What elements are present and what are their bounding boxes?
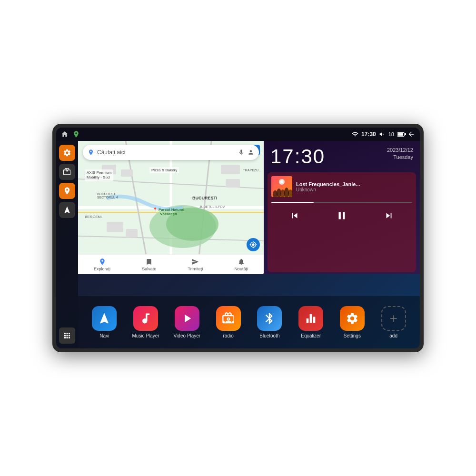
map-area[interactable]: Google AXIS PremiumMobility - Sud Pizza … [78, 141, 264, 274]
svg-rect-13 [226, 179, 240, 188]
settings-icon-app [340, 306, 365, 331]
radio-label: radio [223, 333, 234, 338]
next-btn[interactable] [380, 208, 398, 225]
map-saved-btn[interactable]: Salvate [142, 258, 156, 271]
back-icon[interactable] [407, 130, 415, 138]
app-item-settings[interactable]: Settings [335, 306, 369, 338]
music-progress-bar[interactable] [271, 202, 412, 203]
bluetooth-label: Bluetooth [259, 333, 279, 338]
clock-date-text: 2023/12/12 [387, 147, 413, 154]
add-icon: + [381, 306, 406, 331]
clock-time: 17:30 [270, 147, 325, 167]
app-item-equalizer[interactable]: Equalizer [294, 306, 328, 338]
navi-label: Navi [99, 333, 109, 338]
clock-date: 2023/12/12 Tuesday [387, 147, 413, 161]
account-icon[interactable] [248, 149, 254, 156]
music-progress-fill [271, 202, 314, 203]
clock-hours: 17 [270, 145, 295, 168]
status-bar-left [61, 130, 80, 138]
map-news-label: Noutăți [234, 267, 248, 271]
map-label-park: 📍 Parcul Natural Văcărești [145, 208, 192, 216]
map-label-axis: AXIS PremiumMobility - Sud [85, 169, 113, 181]
svg-rect-15 [126, 229, 138, 238]
map-bottom-bar: Explorați Salvate Trimiteți Noutăți [78, 254, 264, 274]
app-item-video[interactable]: Video Player [170, 306, 204, 338]
svg-rect-11 [121, 169, 133, 177]
google-maps-icon [88, 149, 94, 156]
svg-point-25 [280, 180, 283, 183]
app-grid: Navi Music Player [78, 296, 420, 348]
battery-icon [397, 132, 405, 137]
clock-section: 17:30 2023/12/12 Tuesday [264, 141, 420, 170]
music-player-label: Music Player [132, 333, 159, 338]
status-bar: 17:30 18 [56, 128, 420, 141]
app-item-navi[interactable]: Navi [87, 306, 121, 338]
music-artist: Unknown [296, 187, 412, 192]
clock-day: Tuesday [387, 154, 413, 161]
map-explore-label: Explorați [94, 267, 110, 271]
map-explore-btn[interactable]: Explorați [94, 258, 110, 271]
equalizer-icon [298, 306, 323, 331]
settings-label: Settings [344, 333, 361, 338]
wifi-icon [352, 131, 358, 138]
map-navigate-btn[interactable] [247, 238, 260, 251]
home-icon [61, 130, 69, 138]
prev-btn[interactable] [286, 208, 304, 225]
music-section: Lost Frequencies_Janie... Unknown [268, 172, 416, 272]
clock-minutes: 30 [301, 145, 325, 168]
sidebar-apps-btn[interactable] [59, 327, 75, 344]
clock-colon: : [295, 145, 301, 168]
app-item-radio[interactable]: radio [211, 306, 246, 338]
map-label-bucuresti: BUCUREȘTI [192, 196, 218, 200]
album-art [271, 176, 292, 197]
sidebar-map-btn[interactable] [59, 183, 75, 199]
map-share-btn[interactable]: Trimiteți [188, 258, 203, 271]
music-icon [133, 306, 158, 331]
map-pin-icon [72, 130, 80, 138]
music-text: Lost Frequencies_Janie... Unknown [296, 181, 412, 192]
add-label: add [389, 333, 397, 338]
map-saved-label: Salvate [142, 267, 156, 271]
app-item-add[interactable]: + add [377, 306, 411, 338]
map-search-text: Căutați aici [97, 149, 235, 156]
status-bar-right: 17:30 18 [352, 130, 415, 138]
sidebar-tray-btn[interactable] [59, 164, 75, 180]
device-screen: 17:30 18 [56, 128, 420, 348]
map-label-pizza: Pizza & Bakery [149, 167, 179, 173]
app-item-bluetooth[interactable]: Bluetooth [252, 306, 287, 338]
music-info: Lost Frequencies_Janie... Unknown [271, 176, 412, 197]
video-player-label: Video Player [174, 333, 201, 338]
sidebar-navi-btn[interactable] [59, 202, 75, 218]
play-pause-btn[interactable] [332, 208, 352, 226]
volume-icon [379, 131, 386, 138]
navi-icon [92, 306, 117, 331]
map-share-label: Trimiteți [188, 267, 203, 271]
radio-icon [216, 306, 241, 331]
left-sidebar [56, 141, 78, 348]
map-search-bar[interactable]: Căutați aici [83, 145, 259, 160]
svg-rect-14 [107, 222, 123, 232]
mic-icon[interactable] [238, 149, 245, 156]
map-label-trapezului: TRAPEZU... [243, 169, 261, 172]
app-item-music[interactable]: Music Player [129, 306, 163, 338]
video-icon [175, 306, 199, 331]
svg-rect-12 [221, 165, 240, 174]
map-label-sectorul4: BUCUREȘTISECTORUL 4 [97, 192, 118, 199]
status-battery-num: 18 [388, 131, 394, 137]
sidebar-settings-btn[interactable] [59, 145, 75, 161]
map-label-berceni: BERCENI [85, 215, 102, 219]
right-panel: 17:30 2023/12/12 Tuesday [264, 141, 420, 274]
music-title: Lost Frequencies_Janie... [296, 181, 412, 187]
map-news-btn[interactable]: Noutăți [234, 258, 248, 271]
main-content: Google AXIS PremiumMobility - Sud Pizza … [56, 141, 420, 348]
car-display-device: 17:30 18 [52, 124, 424, 352]
status-time: 17:30 [361, 131, 376, 138]
map-search-icons [238, 149, 254, 156]
map-label-ilfov: JUDEȚUL ILFOV [199, 205, 225, 208]
music-controls [271, 208, 412, 226]
bluetooth-icon-app [257, 306, 282, 331]
equalizer-label: Equalizer [301, 333, 321, 338]
